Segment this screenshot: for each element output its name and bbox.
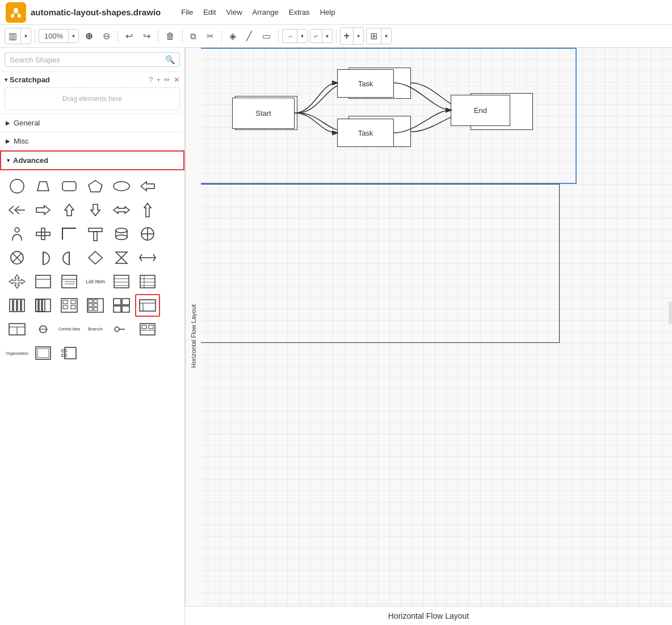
shape-branch[interactable]: Branch xyxy=(83,318,108,341)
shape-bars1[interactable] xyxy=(5,294,30,317)
shape-trapezoid[interactable] xyxy=(31,175,56,198)
line-color-btn[interactable]: ╱ xyxy=(242,28,256,44)
scratchpad-close-icon[interactable]: ✕ xyxy=(174,75,180,84)
shape-half-circle-l[interactable] xyxy=(57,246,82,269)
shape-component[interactable] xyxy=(57,342,82,364)
cut-btn[interactable]: ✂ xyxy=(203,28,218,44)
shape-list-item[interactable]: List Item xyxy=(83,270,108,293)
shape-person[interactable] xyxy=(5,223,30,245)
zoom-level-arrow[interactable]: ▾ xyxy=(69,31,78,41)
menu-help[interactable]: Help xyxy=(316,6,340,19)
shape-hourglass[interactable] xyxy=(109,246,134,269)
shape-table[interactable] xyxy=(5,318,30,341)
diagram2-task1[interactable]: Task xyxy=(337,69,394,98)
scratchpad-arrow: ▾ xyxy=(5,77,7,83)
shape-diamond[interactable] xyxy=(83,246,108,269)
menu-view[interactable]: View xyxy=(222,6,247,19)
section-general[interactable]: ▶ General xyxy=(0,114,184,132)
shape-rect-list2[interactable] xyxy=(57,270,82,293)
diagram2-task2[interactable]: Task xyxy=(337,119,394,147)
shape-process[interactable] xyxy=(109,318,134,341)
shape-multi-arrow[interactable] xyxy=(5,270,30,293)
shape-t-shape[interactable] xyxy=(83,223,108,245)
shape-arrow-left[interactable] xyxy=(135,175,160,198)
shape-rounded-rect[interactable] xyxy=(57,175,82,198)
shape-cross[interactable] xyxy=(31,223,56,245)
shape-selected[interactable] xyxy=(135,294,160,317)
shape-org[interactable]: Organization xyxy=(5,342,30,364)
shape-rect-lines1[interactable] xyxy=(109,270,134,293)
shape-cylinder[interactable] xyxy=(109,223,134,245)
shape-circle-x[interactable] xyxy=(5,246,30,269)
svg-rect-56 xyxy=(22,299,24,312)
sidebar: 🔍 ▾ Scratchpad ? + ✏ ✕ Drag elements her… xyxy=(0,48,185,625)
shape-rect-lines2[interactable] xyxy=(135,270,160,293)
zoom-group: 100% ▾ xyxy=(39,29,79,43)
shape-double-arrow[interactable] xyxy=(135,246,160,269)
shape-link[interactable] xyxy=(31,318,56,341)
grid-arrow[interactable]: ▾ xyxy=(381,31,391,41)
shape-arrow-up-v2[interactable] xyxy=(135,199,160,221)
shapes-grid: List Item xyxy=(0,170,184,369)
svg-rect-93 xyxy=(62,350,66,352)
section-advanced-label: Advanced xyxy=(13,156,48,165)
shape-circle-cross[interactable] xyxy=(135,223,160,245)
waypoint-style-btn[interactable]: ⌐ xyxy=(310,30,322,43)
scratchpad-add-icon[interactable]: + xyxy=(156,75,161,84)
copy-btn[interactable]: ⧉ xyxy=(186,28,200,44)
insert-btn[interactable]: + xyxy=(341,28,354,44)
zoom-in-btn[interactable]: ⊕ xyxy=(81,28,96,44)
panel-toggle-arrow[interactable]: ▾ xyxy=(21,31,31,41)
shape-half-circle-r[interactable] xyxy=(31,246,56,269)
shape-arrow-left-double[interactable] xyxy=(5,199,30,221)
shape-frame[interactable] xyxy=(31,342,56,364)
shape-network3[interactable] xyxy=(109,294,134,317)
canvas[interactable]: Horizontal Flow Layout Start Task Task E… xyxy=(185,48,672,625)
delete-btn[interactable]: 🗑 xyxy=(162,28,179,44)
shape-oval-wide[interactable] xyxy=(109,175,134,198)
connection-style-btn[interactable]: → xyxy=(283,30,297,43)
shape-network2[interactable] xyxy=(83,294,108,317)
section-advanced[interactable]: ▾ Advanced xyxy=(0,150,184,170)
section-misc[interactable]: ▶ Misc xyxy=(0,132,184,150)
undo-btn[interactable]: ↩ xyxy=(121,28,137,44)
shape-central-idea[interactable]: Central Idea xyxy=(57,318,82,341)
menu-extras[interactable]: Extras xyxy=(284,6,314,19)
shape-arrow-down[interactable] xyxy=(83,199,108,221)
svg-rect-69 xyxy=(89,308,93,311)
diagram2[interactable]: Horizontal Flow Layout Start Task Task E… xyxy=(185,184,560,343)
shape-pentagon[interactable] xyxy=(83,175,108,198)
app-logo xyxy=(6,2,26,23)
diagram2-start[interactable]: Start xyxy=(232,98,295,129)
panel-toggle-btn[interactable]: ▥ xyxy=(5,28,21,44)
diagram2-end[interactable]: End xyxy=(451,95,510,126)
shape-corner[interactable] xyxy=(57,223,82,245)
shape-arrow-right[interactable] xyxy=(31,199,56,221)
scratchpad-edit-icon[interactable]: ✏ xyxy=(164,75,170,84)
svg-point-9 xyxy=(114,182,129,191)
insert-arrow[interactable]: ▾ xyxy=(354,31,363,41)
redo-btn[interactable]: ↪ xyxy=(139,28,154,44)
search-input[interactable] xyxy=(10,56,165,64)
shape-entity[interactable] xyxy=(135,318,160,341)
fill-btn[interactable]: ◈ xyxy=(225,28,240,44)
svg-rect-44 xyxy=(114,275,129,288)
shape-arrow-both-h[interactable] xyxy=(109,199,134,221)
menu-arrange[interactable]: Arrange xyxy=(248,6,283,19)
scratchpad-help-icon[interactable]: ? xyxy=(149,75,153,84)
shape-rect-list1[interactable] xyxy=(31,270,56,293)
shape-network1[interactable] xyxy=(57,294,82,317)
waypoint-style-arrow[interactable]: ▾ xyxy=(322,31,332,41)
shape-circle[interactable] xyxy=(5,175,30,198)
menu-file[interactable]: File xyxy=(177,6,198,19)
shape-bars2[interactable] xyxy=(31,294,56,317)
connection-style-arrow[interactable]: ▾ xyxy=(297,31,307,41)
grid-btn[interactable]: ⊞ xyxy=(367,28,381,44)
shape-arrow-up[interactable] xyxy=(57,199,82,221)
diagram2-arrows xyxy=(201,48,672,625)
zoom-out-btn[interactable]: ⊖ xyxy=(99,28,114,44)
search-input-wrap[interactable]: 🔍 xyxy=(5,52,180,67)
shadow-btn[interactable]: ▭ xyxy=(258,28,275,44)
menu-edit[interactable]: Edit xyxy=(199,6,220,19)
zoom-level-btn[interactable]: 100% xyxy=(39,30,69,43)
